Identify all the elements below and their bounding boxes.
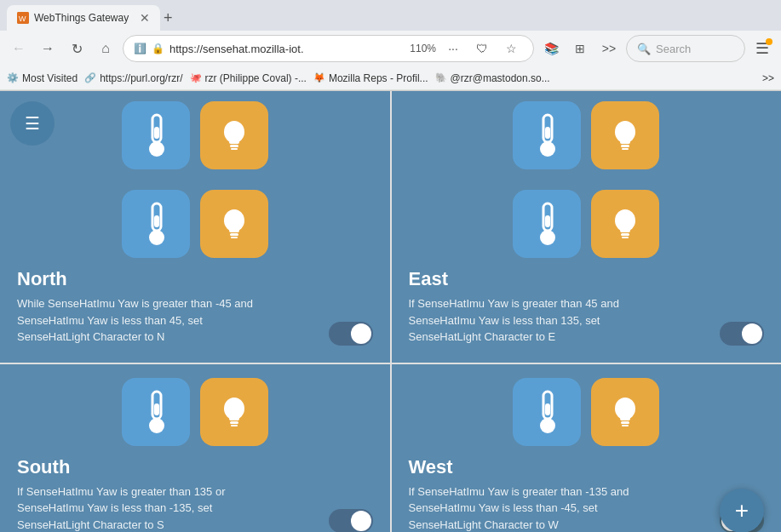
east-toggle-knob	[742, 323, 762, 344]
south-card-title: South	[17, 456, 373, 478]
south-card-description: If SenseHatImu Yaw is greater than 135 o…	[17, 483, 273, 533]
search-bar[interactable]: 🔍 Search	[626, 35, 745, 62]
tab-favicon: W	[17, 12, 29, 24]
svg-rect-13	[620, 140, 630, 144]
menu-fab-icon: ☰	[25, 113, 40, 134]
east-card-title: East	[409, 268, 765, 290]
west-card-description: If SenseHatImu Yaw is greater than -135 …	[409, 483, 664, 533]
svg-rect-21	[230, 233, 238, 236]
back-button[interactable]: ←	[7, 37, 31, 60]
north-card-title: North	[17, 268, 373, 290]
tab-close-button[interactable]: ✕	[140, 11, 150, 25]
east-card-icons	[409, 190, 765, 258]
address-bar[interactable]: ℹ️ 🔒 https://sensehat.mozilla-iot. 110% …	[123, 35, 534, 62]
svg-point-32	[149, 418, 164, 433]
east-toggle[interactable]	[720, 322, 764, 346]
svg-rect-41	[620, 417, 630, 420]
north-toggle-knob	[351, 323, 371, 344]
south-toggle[interactable]	[329, 509, 373, 532]
browser-chrome: W WebThings Gateway ✕ + ← → ↻ ⌂ ℹ️ 🔒 htt…	[0, 0, 781, 91]
svg-rect-36	[231, 425, 238, 426]
tab-title: WebThings Gateway	[34, 12, 135, 24]
lock-icon: 🔒	[152, 43, 164, 54]
south-thermo-icon	[122, 378, 190, 446]
shield-button[interactable]: 🛡	[470, 37, 494, 60]
top-card-right	[392, 91, 782, 176]
bookmark-rzr[interactable]: 🐙 rzr (Philippe Coval) -...	[190, 72, 307, 84]
home-button[interactable]: ⌂	[94, 37, 118, 60]
svg-rect-42	[621, 421, 629, 424]
refresh-button[interactable]: ↻	[65, 37, 89, 60]
top-bulb-icon-right	[591, 101, 659, 169]
svg-point-33	[224, 398, 244, 420]
forward-button[interactable]: →	[36, 37, 60, 60]
svg-rect-35	[230, 421, 238, 424]
svg-point-39	[540, 418, 555, 433]
bookmarks-overflow[interactable]: >>	[762, 72, 774, 84]
top-bulb-icon-left	[200, 101, 268, 169]
bookmark-mastodon[interactable]: 🐘 @rzr@mastodon.so...	[435, 72, 550, 84]
north-toggle[interactable]	[329, 322, 373, 346]
svg-rect-15	[622, 148, 629, 150]
svg-point-5	[224, 121, 244, 143]
south-bulb-icon	[200, 378, 268, 446]
menu-button[interactable]: ☰	[750, 37, 774, 60]
east-bulb-icon	[591, 190, 659, 258]
north-thermo-icon	[122, 190, 190, 258]
svg-rect-43	[622, 425, 629, 426]
svg-rect-14	[621, 145, 629, 147]
add-icon: +	[735, 497, 749, 524]
top-card-left	[0, 91, 390, 176]
svg-point-18	[149, 230, 164, 245]
menu-fab-button[interactable]: ☰	[10, 101, 55, 146]
tab-bar: W WebThings Gateway ✕ +	[0, 0, 781, 31]
bookmark-most-visited[interactable]: ⚙️ Most Visited	[7, 72, 78, 84]
east-thermo-icon	[513, 190, 581, 258]
svg-point-4	[149, 141, 164, 157]
bookmark-button[interactable]: ☆	[499, 37, 523, 60]
library-button[interactable]: 📚	[539, 37, 563, 60]
top-partial-row	[0, 91, 781, 176]
south-toggle-wrap	[329, 509, 373, 532]
svg-rect-3	[154, 127, 159, 139]
svg-point-26	[615, 209, 635, 232]
south-card-icons	[17, 378, 373, 446]
url-text: https://sensehat.mozilla-iot.	[169, 43, 405, 55]
svg-text:W: W	[19, 14, 26, 23]
west-card-icons	[409, 378, 765, 446]
svg-point-12	[615, 121, 635, 143]
svg-point-25	[540, 230, 555, 245]
search-placeholder: Search	[656, 43, 691, 55]
svg-rect-28	[621, 233, 629, 236]
svg-rect-38	[545, 403, 550, 415]
svg-rect-17	[154, 215, 159, 227]
svg-point-11	[540, 141, 555, 157]
page-content: ☰	[0, 91, 781, 532]
overflow-button[interactable]: >>	[597, 37, 621, 60]
svg-rect-8	[231, 148, 238, 150]
bookmark-mozilla-reps[interactable]: 🦊 Mozilla Reps - Profil...	[313, 72, 428, 84]
sidebar-button[interactable]: ⊞	[568, 37, 592, 60]
svg-rect-6	[229, 140, 239, 144]
svg-rect-34	[229, 417, 239, 420]
rules-grid: North While SenseHatImu Yaw is greater t…	[0, 176, 781, 532]
security-icon: ℹ️	[134, 43, 146, 54]
east-card-description: If SenseHatImu Yaw is greater than 45 an…	[409, 295, 664, 346]
svg-rect-24	[545, 215, 550, 227]
north-toggle-wrap	[329, 322, 373, 346]
more-button[interactable]: ···	[441, 37, 465, 60]
navigation-bar: ← → ↻ ⌂ ℹ️ 🔒 https://sensehat.mozilla-io…	[0, 31, 781, 66]
north-bulb-icon	[200, 190, 268, 258]
svg-rect-7	[230, 145, 238, 147]
east-card: East If SenseHatImu Yaw is greater than …	[392, 176, 782, 363]
search-icon: 🔍	[637, 43, 651, 55]
new-tab-button[interactable]: +	[164, 9, 173, 27]
top-thermo-icon-left	[122, 101, 190, 169]
south-toggle-knob	[351, 511, 371, 531]
svg-rect-31	[154, 403, 159, 415]
bookmark-purl[interactable]: 🔗 https://purl.org/rzr/	[84, 72, 182, 84]
west-thermo-icon	[513, 378, 581, 446]
active-tab[interactable]: W WebThings Gateway ✕	[7, 5, 160, 31]
add-rule-button[interactable]: +	[720, 489, 764, 532]
bookmarks-bar: ⚙️ Most Visited 🔗 https://purl.org/rzr/ …	[0, 66, 781, 90]
